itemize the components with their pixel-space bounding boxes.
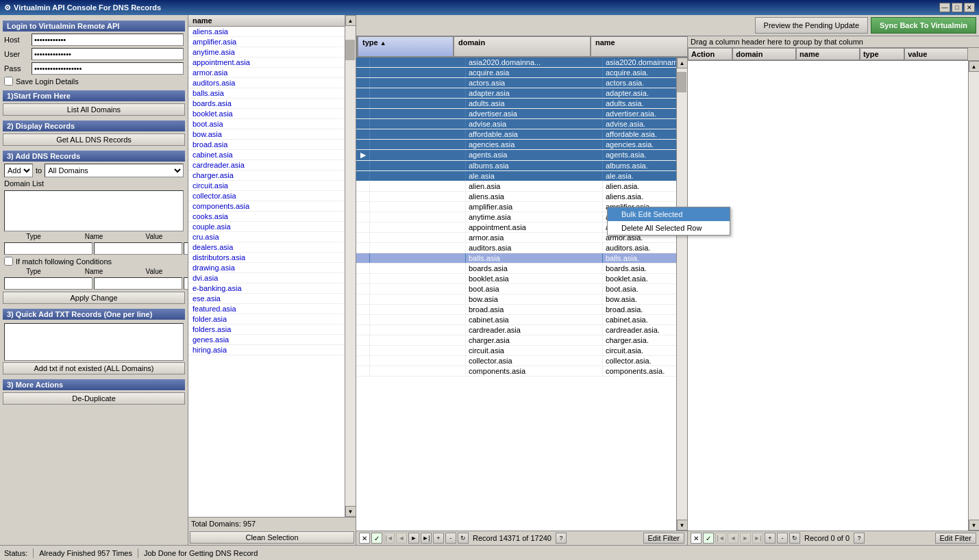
dns-record-row[interactable]: affordable.asiaaffordable.asia.4.cn-veri… (356, 129, 676, 140)
dns-record-row[interactable]: auditors.asiaauditors.asia.4.cn-verify-8… (356, 243, 676, 253)
get-all-dns-button[interactable]: Get ALL DNS Records (3, 133, 185, 146)
domain-list-item[interactable]: appointment.asia (188, 58, 345, 68)
pending-refresh-btn[interactable]: ↻ (789, 533, 800, 544)
dns-record-row[interactable]: balls.asiaballs.asia.4.cn-verify-83208 (356, 253, 676, 264)
domain-list-item[interactable]: armor.asia (188, 68, 345, 78)
pending-first-btn[interactable]: |◄ (715, 533, 726, 544)
refresh-btn[interactable]: ↻ (458, 533, 469, 544)
domain-list-item[interactable]: booklet.asia (188, 109, 345, 119)
to-domains-select[interactable]: All Domains (45, 164, 184, 177)
dns-record-row[interactable]: aliens.asiaaliens.asia.4.cn-verify-83208 (356, 192, 676, 202)
dns-record-row[interactable]: ▶agents.asiaagents.asia.4.cn-verify-8320… (356, 150, 676, 161)
domain-list-area[interactable] (4, 190, 184, 231)
domain-list-item[interactable]: components.asia (188, 201, 345, 212)
filter-checkbox[interactable]: ✕ (359, 533, 370, 544)
clean-selection-button[interactable]: Clean Selection (190, 531, 354, 544)
domain-list-item[interactable]: charger.asia (188, 170, 345, 181)
dns-record-row[interactable]: cabinet.asiacabinet.asia.4.cn-verify-832… (356, 315, 676, 325)
dns-scrollbar[interactable]: ▲ ▼ (676, 58, 687, 531)
domain-list-item[interactable]: dealers.asia (188, 242, 345, 253)
domain-list-item[interactable]: cooks.asia (188, 212, 345, 222)
txt-records-textarea[interactable] (4, 323, 184, 361)
pending-type-col[interactable]: type (860, 48, 904, 60)
scroll-thumb[interactable] (345, 40, 355, 60)
restore-button[interactable]: □ (952, 3, 963, 12)
dns-record-row[interactable]: acquire.asiaacquire.asia.4.cn-verify-832… (356, 68, 676, 78)
close-button[interactable]: ✕ (964, 3, 975, 12)
cond-type-input[interactable] (4, 277, 92, 290)
dedup-button[interactable]: De-Duplicate (3, 392, 185, 405)
first-record-btn[interactable]: |◄ (384, 533, 395, 544)
dns-record-row[interactable]: actors.asiaactors.asia.4.cn-verify-83208 (356, 78, 676, 88)
dns-record-row[interactable]: advertiser.asiaadvertiser.asia.4.cn-veri… (356, 109, 676, 119)
scroll-down-btn[interactable]: ▼ (345, 506, 356, 517)
list-all-domains-button[interactable]: List All Domains (3, 103, 185, 116)
user-input[interactable] (32, 48, 184, 60)
dns-record-row[interactable]: bow.asiabow.asia.4.cn-verify-83208 (356, 294, 676, 305)
dns-record-row[interactable]: adults.asiaadults.asia.4.cn-verify-83208 (356, 99, 676, 109)
domain-list-item[interactable]: collector.asia (188, 191, 345, 201)
pending-search-btn[interactable]: ? (854, 533, 865, 544)
domain-list-item[interactable]: dvi.asia (188, 273, 345, 283)
domain-list-item[interactable]: aliens.asia (188, 27, 345, 37)
type-col-header[interactable]: type ▲ (358, 36, 454, 57)
window-controls[interactable]: — □ ✕ (939, 3, 975, 12)
action-col-header[interactable]: Action (688, 48, 732, 60)
domain-list-item[interactable]: folders.asia (188, 324, 345, 335)
bulk-edit-menu-item[interactable]: Bulk Edit Selected (608, 207, 730, 221)
domain-list-item[interactable]: couple.asia (188, 222, 345, 232)
domain-list-item[interactable]: broad.asia (188, 140, 345, 150)
dns-scroll-track[interactable] (677, 68, 687, 520)
dns-scroll-up[interactable]: ▲ (677, 58, 688, 68)
pending-edit-filter-button[interactable]: Edit Filter (935, 533, 976, 544)
edit-filter-button[interactable]: Edit Filter (643, 533, 684, 544)
name-col-header-grid[interactable]: name (591, 36, 688, 57)
scroll-up-btn[interactable]: ▲ (345, 15, 356, 26)
scroll-track[interactable] (345, 26, 356, 506)
preview-pending-button[interactable]: Preview the Pending Update (755, 17, 868, 34)
domain-list-item[interactable]: featured.asia (188, 304, 345, 314)
pending-remove-btn[interactable]: - (777, 533, 788, 544)
dns-record-row[interactable]: boot.asiaboot.asia.4.cn-verify-83208 (356, 284, 676, 294)
last-record-btn[interactable]: ►| (421, 533, 432, 544)
domain-scrollbar[interactable]: ▲ ▼ (345, 15, 356, 517)
dns-record-row[interactable]: charger.asiacharger.asia.4.cn-verify-832… (356, 335, 676, 346)
dns-record-row[interactable]: albums.asiaalbums.asia.4.cn-verify-8320 (356, 161, 676, 171)
domain-list-item[interactable]: ese.asia (188, 294, 345, 304)
dns-record-row[interactable]: ale.asiaale.asia.4.cn-verify-8 (356, 171, 676, 181)
dns-record-row[interactable]: circuit.asiacircuit.asia.4.cn-verify-832… (356, 346, 676, 356)
domain-list-item[interactable]: anytime.asia (188, 47, 345, 58)
dns-record-row[interactable]: components.asiacomponents.asia.4.cn-veri… (356, 366, 676, 377)
dns-record-row[interactable]: booklet.asiabooklet.asia.4.cn-verify-832… (356, 274, 676, 284)
domain-list-item[interactable]: cabinet.asia (188, 150, 345, 160)
domain-list-item[interactable]: auditors.asia (188, 78, 345, 88)
cond-name-input[interactable] (94, 277, 182, 290)
dns-record-row[interactable]: boards.asiaboards.asia.4.cn-verify-83208 (356, 264, 676, 274)
remove-record-btn[interactable]: - (445, 533, 456, 544)
domain-list-item[interactable]: boot.asia (188, 119, 345, 129)
dns-record-row[interactable]: alien.asiaalien.asia.4.cn-verify-83208 (356, 181, 676, 192)
pending-scrollbar[interactable]: ▲ ▼ (968, 61, 979, 531)
pending-last-btn[interactable]: ►| (752, 533, 763, 544)
dns-record-row[interactable]: adapter.asiaadapter.asia.4.cn-verify-832… (356, 88, 676, 99)
domain-list-item[interactable]: drawing.asia (188, 263, 345, 273)
domain-col-header-grid[interactable]: domain (454, 36, 591, 57)
minimize-button[interactable]: — (939, 3, 950, 12)
cond-value-input[interactable] (184, 277, 188, 290)
dns-record-row[interactable]: advise.asiaadvise.asia.4.cn-verify-83208 (356, 119, 676, 129)
dns-record-row[interactable]: collector.asiacollector.asia.4.cn-verify… (356, 356, 676, 366)
pending-scroll-up[interactable]: ▲ (969, 61, 980, 72)
if-match-checkbox[interactable] (4, 257, 13, 266)
type-input[interactable] (4, 242, 92, 255)
value-input[interactable] (184, 242, 188, 255)
name-input[interactable] (94, 242, 182, 255)
pending-value-col[interactable]: value (904, 48, 968, 60)
pending-domain-col[interactable]: domain (732, 48, 796, 60)
pending-scroll-down[interactable]: ▼ (969, 520, 980, 531)
domain-list[interactable]: aliens.asiaamplifier.asiaanytime.asiaapp… (188, 27, 345, 517)
domain-list-item[interactable]: amplifier.asia (188, 37, 345, 47)
sync-virtualmin-button[interactable]: Sync Back To Virtualmin (871, 17, 976, 34)
dns-record-row[interactable]: broad.asiabroad.asia.4.cn-verify-83208 (356, 305, 676, 315)
prev-record-btn[interactable]: ◄ (396, 533, 407, 544)
pending-name-col[interactable]: name (796, 48, 860, 60)
